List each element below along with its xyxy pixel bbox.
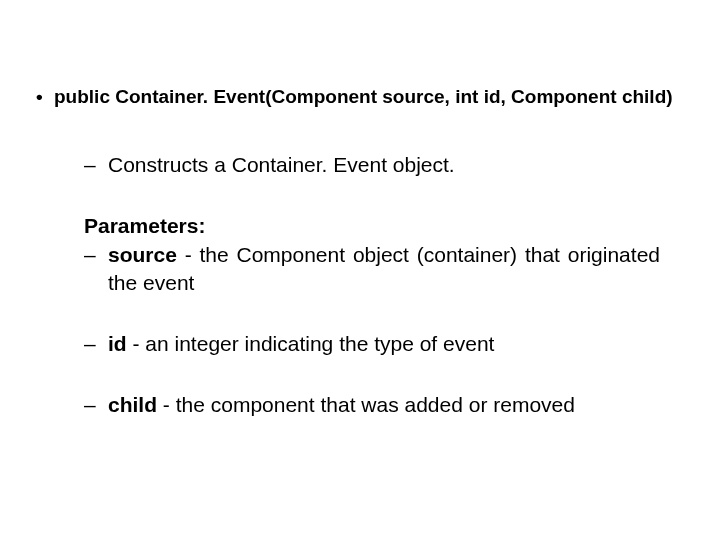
parameters-heading: Parameters:: [84, 212, 690, 239]
param-id: id - an integer indicating the type of e…: [84, 330, 690, 357]
param-source: source - the Component object (container…: [84, 241, 690, 296]
param-child-name: child: [108, 393, 157, 416]
param-child-desc: - the component that was added or remove…: [157, 393, 575, 416]
param-source-desc: - the Component object (container) that …: [108, 243, 660, 293]
slide: public Container. Event(Component source…: [0, 0, 720, 540]
constructor-signature: public Container. Event(Component source…: [30, 85, 690, 109]
constructor-description: Constructs a Container. Event object.: [84, 151, 690, 178]
param-id-name: id: [108, 332, 127, 355]
param-source-name: source: [108, 243, 177, 266]
content-block: Constructs a Container. Event object. Pa…: [30, 151, 690, 419]
param-id-desc: - an integer indicating the type of even…: [127, 332, 495, 355]
param-child: child - the component that was added or …: [84, 391, 690, 418]
spacer: [84, 300, 690, 330]
